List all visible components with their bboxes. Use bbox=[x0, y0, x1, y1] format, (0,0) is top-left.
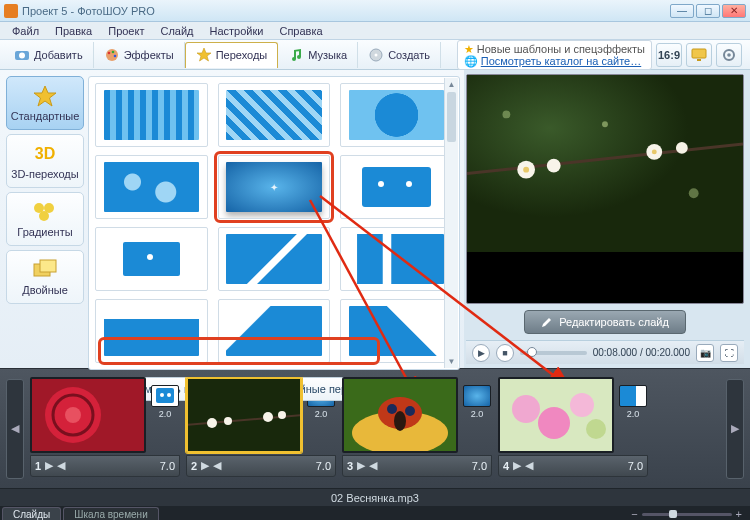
slide-info[interactable]: 3 ▶ ◀ 7.0 bbox=[342, 455, 492, 477]
svg-rect-9 bbox=[692, 49, 706, 58]
menu-edit[interactable]: Правка bbox=[49, 23, 98, 39]
slide-thumb-selected[interactable] bbox=[186, 377, 302, 453]
svg-marker-13 bbox=[34, 86, 56, 106]
tab-music[interactable]: Музыка bbox=[278, 42, 358, 68]
svg-point-3 bbox=[107, 51, 110, 54]
edit-slide-button[interactable]: Редактировать слайд bbox=[524, 310, 686, 334]
promo-line1: Новые шаблоны и спецэффекты bbox=[477, 43, 645, 55]
svg-point-39 bbox=[224, 417, 232, 425]
zoom-in-icon[interactable]: + bbox=[736, 508, 742, 520]
svg-point-27 bbox=[602, 121, 608, 127]
transition-item[interactable] bbox=[218, 227, 331, 291]
timeline-next[interactable]: ▶ bbox=[726, 379, 744, 479]
cat-3d[interactable]: 3D 3D-переходы bbox=[6, 134, 84, 188]
pencil-icon bbox=[541, 316, 553, 328]
scroll-up-icon[interactable]: ▲ bbox=[445, 78, 458, 91]
transition-item[interactable] bbox=[95, 83, 208, 147]
close-button[interactable]: ✕ bbox=[722, 4, 746, 18]
audio-track[interactable]: 02 Веснянка.mp3 bbox=[0, 488, 750, 506]
slide-number: 4 bbox=[503, 460, 509, 472]
marker-icon: ◀ bbox=[369, 459, 377, 472]
transition-duration: 2.0 bbox=[159, 409, 172, 419]
transition-item[interactable] bbox=[218, 299, 331, 363]
slide-info[interactable]: 4 ▶ ◀ 7.0 bbox=[498, 455, 648, 477]
tab-slides-view[interactable]: Слайды bbox=[2, 507, 61, 520]
edit-slide-label: Редактировать слайд bbox=[559, 316, 669, 328]
svg-point-22 bbox=[523, 167, 529, 173]
menu-file[interactable]: Файл bbox=[6, 23, 45, 39]
preview-image bbox=[467, 75, 743, 252]
camera-icon bbox=[14, 47, 30, 63]
player-bar: ▶ ■ 00:08.000 / 00:20.000 📷 ⛶ bbox=[466, 340, 744, 364]
maximize-button[interactable]: ◻ bbox=[696, 4, 720, 18]
tab-create[interactable]: Создать bbox=[358, 42, 441, 68]
fullscreen-button[interactable] bbox=[686, 43, 712, 67]
tab-transitions-label: Переходы bbox=[216, 49, 268, 61]
transition-item[interactable] bbox=[218, 83, 331, 147]
transition-item[interactable] bbox=[95, 299, 208, 363]
promo-link[interactable]: Посмотреть каталог на сайте… bbox=[481, 55, 641, 67]
play-icon: ▶ bbox=[357, 459, 365, 472]
slide-duration: 7.0 bbox=[628, 460, 643, 472]
menu-project[interactable]: Проект bbox=[102, 23, 150, 39]
menu-bar: Файл Правка Проект Слайд Настройки Справ… bbox=[0, 22, 750, 40]
transition-item[interactable] bbox=[340, 83, 453, 147]
slide-thumb[interactable] bbox=[30, 377, 146, 453]
scroll-thumb[interactable] bbox=[447, 92, 456, 142]
svg-point-26 bbox=[676, 142, 688, 154]
minimize-button[interactable]: — bbox=[670, 4, 694, 18]
svg-point-2 bbox=[106, 49, 118, 61]
slide-number: 3 bbox=[347, 460, 353, 472]
tab-effects[interactable]: Эффекты bbox=[94, 42, 185, 68]
slide-info[interactable]: 2 ▶ ◀ 7.0 bbox=[186, 455, 336, 477]
timeline: ◀ 2.0 1 ▶ ◀ 7.0 bbox=[0, 368, 750, 488]
transition-item[interactable] bbox=[340, 299, 453, 363]
tab-add[interactable]: Добавить bbox=[4, 42, 94, 68]
transition-chip[interactable]: 2.0 bbox=[462, 385, 492, 453]
settings-button[interactable] bbox=[716, 43, 742, 67]
cat-standard[interactable]: Стандартные bbox=[6, 76, 84, 130]
cat-double[interactable]: Двойные bbox=[6, 250, 84, 304]
stop-button[interactable]: ■ bbox=[496, 344, 514, 362]
svg-point-50 bbox=[538, 407, 570, 439]
slide-info[interactable]: 1 ▶ ◀ 7.0 bbox=[30, 455, 180, 477]
transition-chip[interactable]: 2.0 bbox=[618, 385, 648, 453]
slide-number: 1 bbox=[35, 460, 41, 472]
transition-item-selected[interactable]: ✦ bbox=[218, 155, 331, 219]
marker-icon: ◀ bbox=[213, 459, 221, 472]
promo-box[interactable]: ★ Новые шаблоны и спецэффекты 🌐 Посмотре… bbox=[457, 40, 652, 70]
tab-transitions[interactable]: Переходы bbox=[185, 42, 279, 68]
aspect-ratio-button[interactable]: 16:9 bbox=[656, 43, 682, 67]
slide-duration: 7.0 bbox=[472, 460, 487, 472]
slide-thumb[interactable] bbox=[342, 377, 458, 453]
transition-chip[interactable]: 2.0 bbox=[150, 385, 180, 453]
menu-help[interactable]: Справка bbox=[273, 23, 328, 39]
zoom-out-icon[interactable]: − bbox=[631, 508, 637, 520]
scrollbar[interactable]: ▲ ▼ bbox=[444, 78, 458, 368]
transition-item[interactable] bbox=[95, 155, 208, 219]
svg-point-45 bbox=[387, 404, 397, 414]
zoom-slider[interactable] bbox=[642, 513, 732, 516]
transition-item[interactable] bbox=[340, 227, 453, 291]
seek-slider[interactable] bbox=[520, 351, 587, 355]
time-display: 00:08.000 / 00:20.000 bbox=[593, 347, 690, 358]
tab-timeline-view[interactable]: Шкала времени bbox=[63, 507, 158, 520]
cat-gradients-label: Градиенты bbox=[17, 226, 72, 238]
play-icon: ▶ bbox=[45, 459, 53, 472]
transition-item[interactable] bbox=[340, 155, 453, 219]
zoom-control[interactable]: − + bbox=[631, 508, 748, 520]
menu-settings[interactable]: Настройки bbox=[204, 23, 270, 39]
scroll-down-icon[interactable]: ▼ bbox=[445, 355, 458, 368]
expand-button[interactable]: ⛶ bbox=[720, 344, 738, 362]
transitions-grid: ✦ ▲ ▼ bbox=[88, 76, 460, 370]
snapshot-button[interactable]: 📷 bbox=[696, 344, 714, 362]
menu-slide[interactable]: Слайд bbox=[154, 23, 199, 39]
slide-thumb[interactable] bbox=[498, 377, 614, 453]
cat-gradients[interactable]: Градиенты bbox=[6, 192, 84, 246]
play-button[interactable]: ▶ bbox=[472, 344, 490, 362]
play-icon: ▶ bbox=[201, 459, 209, 472]
titlebar: Проект 5 - ФотоШОУ PRO — ◻ ✕ bbox=[0, 0, 750, 22]
transition-item[interactable] bbox=[95, 227, 208, 291]
gear-icon bbox=[721, 47, 737, 63]
app-icon bbox=[4, 4, 18, 18]
